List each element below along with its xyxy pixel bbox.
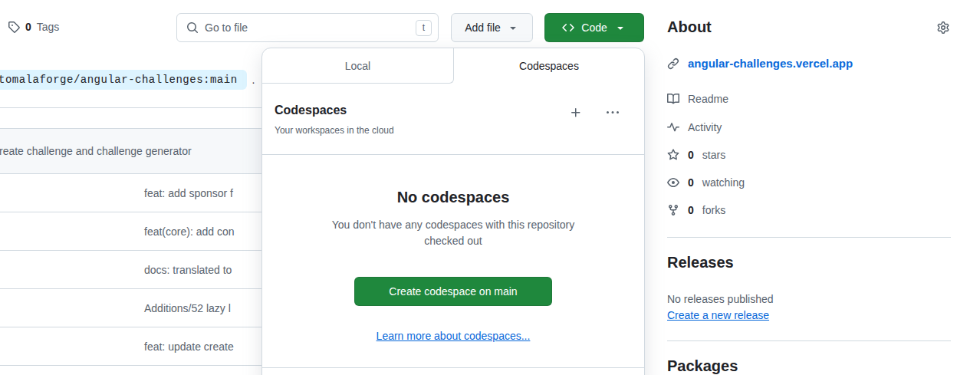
star-icon [667, 149, 679, 161]
packages-heading[interactable]: Packages [667, 357, 738, 375]
forks-label: forks [702, 204, 725, 216]
create-release-link[interactable]: Create a new release [667, 309, 769, 321]
sentence-period: . [252, 74, 255, 86]
watching-label: watching [702, 176, 745, 189]
code-icon [562, 21, 574, 34]
website-url[interactable]: angular-challenges.vercel.app [688, 57, 853, 70]
tag-icon [8, 21, 20, 33]
learn-more-link[interactable]: Learn more about codespaces... [377, 330, 531, 342]
watching-link[interactable]: 0 watching [667, 176, 745, 189]
commit-message-link[interactable]: Additions/52 lazy l [144, 302, 231, 314]
commit-message-link[interactable]: feat: add sponsor f [144, 187, 233, 199]
go-to-file-search[interactable]: t [176, 13, 439, 42]
stars-link[interactable]: 0 stars [667, 149, 725, 161]
search-icon [186, 21, 199, 34]
about-sidebar: About angular-challenges.vercel.app Read… [667, 0, 951, 375]
divider [667, 340, 951, 341]
tab-codespaces[interactable]: Codespaces [454, 48, 644, 84]
gear-icon[interactable] [937, 21, 949, 34]
chevron-down-icon [507, 21, 519, 34]
releases-empty-text: No releases published [667, 293, 774, 305]
repo-page: 0 Tags t Add file Code tomalaforge/angul… [0, 0, 980, 375]
codespaces-subtitle: Your workspaces in the cloud [275, 125, 632, 136]
search-input[interactable] [205, 21, 416, 34]
activity-link[interactable]: Activity [667, 121, 722, 133]
add-file-button[interactable]: Add file [451, 13, 533, 42]
divider [667, 237, 951, 238]
fork-icon [667, 204, 679, 216]
about-heading: About [667, 18, 712, 36]
website-link[interactable]: angular-challenges.vercel.app [667, 57, 853, 70]
code-button[interactable]: Code [544, 13, 644, 42]
plus-icon [570, 107, 582, 119]
code-dropdown-panel: Local Codespaces Codespaces Your workspa… [261, 48, 645, 375]
tab-local[interactable]: Local [262, 48, 454, 84]
forks-count: 0 [688, 204, 694, 216]
stars-label: stars [702, 149, 725, 161]
code-dropdown-tabs: Local Codespaces [262, 48, 644, 84]
chevron-down-icon [614, 21, 626, 34]
clone-hint: tomalaforge/angular-challenges:main . [0, 70, 255, 90]
new-codespace-button[interactable] [570, 107, 582, 119]
commit-message-link[interactable]: docs: translated to [144, 264, 232, 276]
stars-count: 0 [688, 149, 694, 161]
link-icon [667, 58, 679, 70]
codespaces-options-button[interactable] [607, 107, 619, 119]
codespaces-empty-state: No codespaces You don't have any codespa… [262, 155, 644, 343]
forks-link[interactable]: 0 forks [667, 204, 725, 216]
releases-heading[interactable]: Releases [667, 254, 734, 271]
add-file-label: Add file [465, 21, 501, 34]
shortcut-key-badge: t [416, 20, 432, 36]
code-button-label: Code [581, 21, 607, 34]
watching-count: 0 [688, 176, 694, 189]
divider [262, 367, 644, 368]
pulse-icon [667, 121, 679, 133]
empty-state-description: You don't have any codespaces with this … [331, 217, 576, 249]
latest-commit-message[interactable]: create challenge and challenge generator [0, 145, 192, 157]
repo-ref-code: tomalaforge/angular-challenges:main [0, 70, 247, 90]
empty-state-title: No codespaces [262, 189, 644, 206]
codespaces-actions [570, 107, 619, 119]
tags-link[interactable]: 0 Tags [8, 21, 59, 33]
activity-label: Activity [688, 121, 722, 133]
commit-message-link[interactable]: feat(core): add con [144, 225, 235, 238]
eye-icon [667, 176, 679, 189]
tags-label: Tags [37, 21, 60, 33]
readme-link[interactable]: Readme [667, 93, 728, 105]
kebab-horizontal-icon [607, 107, 619, 119]
tags-count: 0 [25, 21, 31, 33]
create-codespace-button[interactable]: Create codespace on main [354, 277, 552, 306]
book-icon [667, 93, 679, 105]
commit-message-link[interactable]: feat: update create [144, 340, 234, 353]
codespaces-header: Codespaces Your workspaces in the cloud [262, 84, 644, 154]
readme-label: Readme [688, 93, 728, 105]
